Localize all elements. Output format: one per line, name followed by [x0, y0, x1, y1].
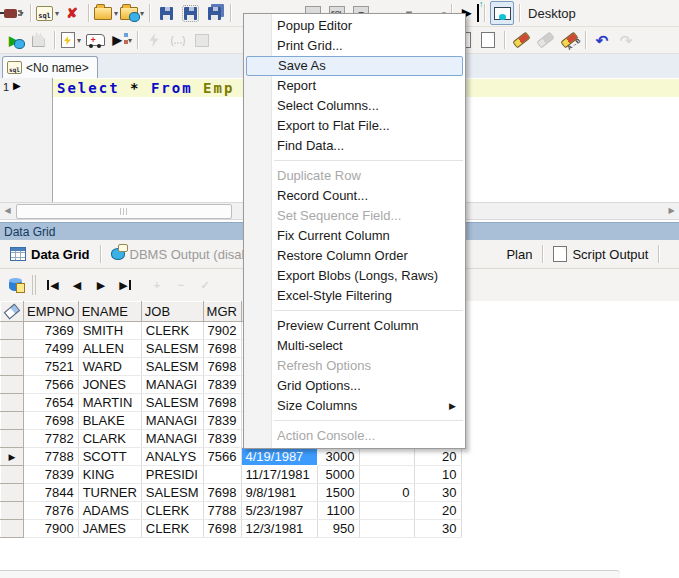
cell-mgr[interactable]: [203, 466, 241, 484]
cell-deptno[interactable]: 30: [414, 484, 461, 502]
column-header-job[interactable]: JOB: [141, 302, 203, 322]
cell-hiredate[interactable]: 12/3/1981: [241, 520, 317, 538]
snippet-bolt-icon[interactable]: [143, 29, 165, 51]
column-header-ind[interactable]: [1, 302, 24, 322]
cell-comm[interactable]: 0: [359, 484, 414, 502]
execute-as-script-icon[interactable]: ▾: [60, 29, 82, 51]
menu-item-excel-style-filtering[interactable]: Excel-Style Filtering: [244, 286, 465, 306]
dropdown-arrow-icon[interactable]: ▾: [128, 36, 132, 45]
cell-empno[interactable]: 7369: [24, 322, 79, 340]
row-indicator[interactable]: [1, 412, 24, 430]
cell-job[interactable]: ANALYS: [141, 448, 203, 466]
cell-comm[interactable]: [359, 466, 414, 484]
cell-empno[interactable]: 7698: [24, 412, 79, 430]
cell-empno[interactable]: 7566: [24, 376, 79, 394]
cell-mgr[interactable]: 7902: [203, 322, 241, 340]
row-indicator[interactable]: [1, 340, 24, 358]
column-header-ename[interactable]: ENAME: [78, 302, 141, 322]
cell-ename[interactable]: CLARK: [78, 430, 141, 448]
tab-explain-plan[interactable]: Plan: [497, 245, 536, 264]
column-header-empno[interactable]: EMPNO: [24, 302, 79, 322]
cell-mgr[interactable]: 7698: [203, 520, 241, 538]
cell-ename[interactable]: SMITH: [78, 322, 141, 340]
scroll-right-icon[interactable]: ▶: [664, 204, 679, 217]
tab-script-output[interactable]: Script Output: [549, 244, 652, 264]
fetch-data-icon[interactable]: [4, 274, 26, 296]
cell-empno[interactable]: 7654: [24, 394, 79, 412]
ellipsis-icon[interactable]: (...): [167, 29, 189, 51]
cell-job[interactable]: CLERK: [141, 520, 203, 538]
scroll-left-icon[interactable]: ◀: [0, 204, 15, 217]
cell-job[interactable]: MANAGI: [141, 430, 203, 448]
cell-mgr[interactable]: 7566: [203, 448, 241, 466]
cell-job[interactable]: CLERK: [141, 502, 203, 520]
row-indicator[interactable]: [1, 358, 24, 376]
cell-deptno[interactable]: 30: [414, 520, 461, 538]
find-icon[interactable]: [510, 29, 532, 51]
cell-job[interactable]: PRESIDI: [141, 466, 203, 484]
save-all-icon[interactable]: [203, 2, 225, 24]
menu-item-report[interactable]: Report: [244, 76, 465, 96]
cell-empno[interactable]: 7839: [24, 466, 79, 484]
cell-sal[interactable]: 5000: [317, 466, 359, 484]
cell-hiredate[interactable]: 9/8/1981: [241, 484, 317, 502]
cell-sal[interactable]: 1500: [317, 484, 359, 502]
dropdown-arrow-icon[interactable]: ▾: [114, 9, 118, 18]
dropdown-arrow-icon[interactable]: ▾: [77, 36, 81, 45]
menu-item-multi-select[interactable]: Multi-select: [244, 336, 465, 356]
cell-job[interactable]: SALESM: [141, 394, 203, 412]
cell-mgr[interactable]: 7839: [203, 376, 241, 394]
cell-job[interactable]: MANAGI: [141, 376, 203, 394]
sql-script-icon[interactable]: sql▾: [36, 2, 59, 24]
menu-item-export-to-flat-file[interactable]: Export to Flat File...: [244, 116, 465, 136]
row-indicator[interactable]: [1, 484, 24, 502]
cell-ename[interactable]: JAMES: [78, 520, 141, 538]
row-indicator[interactable]: [1, 502, 24, 520]
menu-item-print-grid[interactable]: Print Grid...: [244, 36, 465, 56]
row-indicator[interactable]: [1, 430, 24, 448]
cell-mgr[interactable]: 7839: [203, 430, 241, 448]
menu-item-select-columns[interactable]: Select Columns...: [244, 96, 465, 116]
menu-item-grid-options[interactable]: Grid Options...: [244, 376, 465, 396]
close-file-icon[interactable]: ✘: [61, 2, 83, 24]
cell-ename[interactable]: BLAKE: [78, 412, 141, 430]
debug-icon[interactable]: [84, 29, 106, 51]
menu-item-save-as[interactable]: Save As: [246, 56, 463, 76]
cell-mgr[interactable]: 7698: [203, 394, 241, 412]
undo-icon[interactable]: ↶: [591, 29, 613, 51]
editor-tab-no-name[interactable]: sql <No name>: [2, 56, 98, 78]
execute-statement-icon[interactable]: ▶: [3, 29, 25, 51]
open-file-icon[interactable]: ▾: [94, 2, 118, 24]
row-indicator[interactable]: [1, 376, 24, 394]
cell-empno[interactable]: 7521: [24, 358, 79, 376]
cell-empno[interactable]: 7782: [24, 430, 79, 448]
explain-plan-icon[interactable]: ▶▾: [108, 29, 132, 51]
cell-ename[interactable]: SCOTT: [78, 448, 141, 466]
package-icon[interactable]: [191, 29, 213, 51]
cell-empno[interactable]: 7499: [24, 340, 79, 358]
prior-record-icon[interactable]: ◀: [66, 274, 88, 296]
delete-record-icon[interactable]: −: [170, 274, 192, 296]
cell-empno[interactable]: 7788: [24, 448, 79, 466]
menu-item-size-columns[interactable]: Size Columns▶: [244, 396, 465, 416]
scrollbar-thumb[interactable]: [16, 204, 232, 219]
cell-job[interactable]: SALESM: [141, 340, 203, 358]
save-as-icon[interactable]: [179, 2, 201, 24]
cell-empno[interactable]: 7876: [24, 502, 79, 520]
menu-item-fix-current-column[interactable]: Fix Current Column: [244, 226, 465, 246]
row-indicator[interactable]: [1, 466, 24, 484]
sql-code-line[interactable]: Select * From Emp: [57, 80, 234, 96]
cell-ename[interactable]: ALLEN: [78, 340, 141, 358]
menu-item-popup-editor[interactable]: Popup Editor: [244, 16, 465, 36]
cell-comm[interactable]: [359, 502, 414, 520]
cell-sal[interactable]: 950: [317, 520, 359, 538]
connection-icon[interactable]: ▾: [3, 2, 25, 24]
cell-mgr[interactable]: 7698: [203, 358, 241, 376]
cell-comm[interactable]: [359, 520, 414, 538]
cell-empno[interactable]: 7844: [24, 484, 79, 502]
dropdown-arrow-icon[interactable]: ▾: [140, 9, 144, 18]
first-record-icon[interactable]: ◀: [42, 274, 64, 296]
menu-item-preview-current-column[interactable]: Preview Current Column: [244, 316, 465, 336]
new-page-icon[interactable]: [477, 29, 499, 51]
cell-ename[interactable]: TURNER: [78, 484, 141, 502]
